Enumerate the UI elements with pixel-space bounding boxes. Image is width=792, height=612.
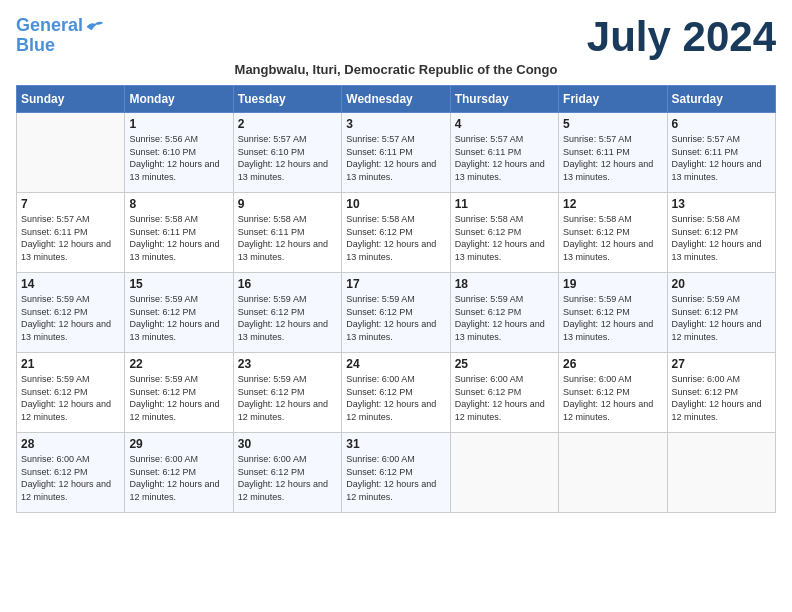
day-daylight: Daylight: 12 hours and 13 minutes.: [238, 239, 328, 262]
day-number: 7: [21, 197, 120, 211]
calendar-week-1: 1 Sunrise: 5:56 AM Sunset: 6:10 PM Dayli…: [17, 113, 776, 193]
calendar-cell: 11 Sunrise: 5:58 AM Sunset: 6:12 PM Dayl…: [450, 193, 558, 273]
day-sunset: Sunset: 6:10 PM: [129, 147, 196, 157]
calendar-cell: 22 Sunrise: 5:59 AM Sunset: 6:12 PM Dayl…: [125, 353, 233, 433]
calendar-week-2: 7 Sunrise: 5:57 AM Sunset: 6:11 PM Dayli…: [17, 193, 776, 273]
day-daylight: Daylight: 12 hours and 13 minutes.: [455, 159, 545, 182]
day-number: 27: [672, 357, 771, 371]
day-sunrise: Sunrise: 5:57 AM: [346, 134, 415, 144]
day-sunrise: Sunrise: 6:00 AM: [346, 454, 415, 464]
day-sunset: Sunset: 6:11 PM: [21, 227, 88, 237]
day-sunset: Sunset: 6:12 PM: [346, 387, 413, 397]
day-daylight: Daylight: 12 hours and 13 minutes.: [346, 239, 436, 262]
day-number: 21: [21, 357, 120, 371]
day-sunrise: Sunrise: 5:56 AM: [129, 134, 198, 144]
calendar-cell: 25 Sunrise: 6:00 AM Sunset: 6:12 PM Dayl…: [450, 353, 558, 433]
day-number: 30: [238, 437, 337, 451]
day-number: 15: [129, 277, 228, 291]
weekday-header-friday: Friday: [559, 86, 667, 113]
day-daylight: Daylight: 12 hours and 13 minutes.: [238, 159, 328, 182]
day-number: 26: [563, 357, 662, 371]
day-sunrise: Sunrise: 5:59 AM: [238, 294, 307, 304]
day-daylight: Daylight: 12 hours and 13 minutes.: [21, 319, 111, 342]
calendar-week-4: 21 Sunrise: 5:59 AM Sunset: 6:12 PM Dayl…: [17, 353, 776, 433]
logo-bird-icon: [85, 20, 105, 34]
day-number: 9: [238, 197, 337, 211]
day-daylight: Daylight: 12 hours and 13 minutes.: [129, 239, 219, 262]
day-sunrise: Sunrise: 5:59 AM: [21, 294, 90, 304]
day-daylight: Daylight: 12 hours and 12 minutes.: [672, 319, 762, 342]
calendar-cell: 27 Sunrise: 6:00 AM Sunset: 6:12 PM Dayl…: [667, 353, 775, 433]
day-sunrise: Sunrise: 5:59 AM: [455, 294, 524, 304]
calendar-cell: 31 Sunrise: 6:00 AM Sunset: 6:12 PM Dayl…: [342, 433, 450, 513]
day-number: 25: [455, 357, 554, 371]
weekday-header-saturday: Saturday: [667, 86, 775, 113]
calendar-cell: [559, 433, 667, 513]
day-number: 14: [21, 277, 120, 291]
day-daylight: Daylight: 12 hours and 12 minutes.: [238, 399, 328, 422]
day-daylight: Daylight: 12 hours and 12 minutes.: [346, 479, 436, 502]
day-sunrise: Sunrise: 5:58 AM: [672, 214, 741, 224]
day-sunrise: Sunrise: 5:58 AM: [455, 214, 524, 224]
day-number: 13: [672, 197, 771, 211]
day-sunset: Sunset: 6:12 PM: [346, 227, 413, 237]
day-sunset: Sunset: 6:12 PM: [346, 467, 413, 477]
month-title: July 2024: [587, 16, 776, 58]
day-sunrise: Sunrise: 6:00 AM: [129, 454, 198, 464]
day-sunset: Sunset: 6:12 PM: [672, 307, 739, 317]
day-sunrise: Sunrise: 5:59 AM: [672, 294, 741, 304]
calendar-cell: 20 Sunrise: 5:59 AM Sunset: 6:12 PM Dayl…: [667, 273, 775, 353]
calendar-cell: 16 Sunrise: 5:59 AM Sunset: 6:12 PM Dayl…: [233, 273, 341, 353]
day-sunset: Sunset: 6:10 PM: [238, 147, 305, 157]
calendar-cell: 2 Sunrise: 5:57 AM Sunset: 6:10 PM Dayli…: [233, 113, 341, 193]
calendar-cell: 30 Sunrise: 6:00 AM Sunset: 6:12 PM Dayl…: [233, 433, 341, 513]
day-sunset: Sunset: 6:11 PM: [455, 147, 522, 157]
calendar-cell: 23 Sunrise: 5:59 AM Sunset: 6:12 PM Dayl…: [233, 353, 341, 433]
day-sunrise: Sunrise: 5:57 AM: [563, 134, 632, 144]
day-sunset: Sunset: 6:12 PM: [238, 387, 305, 397]
day-daylight: Daylight: 12 hours and 13 minutes.: [129, 159, 219, 182]
day-sunrise: Sunrise: 5:59 AM: [238, 374, 307, 384]
day-sunset: Sunset: 6:12 PM: [129, 387, 196, 397]
calendar-cell: 1 Sunrise: 5:56 AM Sunset: 6:10 PM Dayli…: [125, 113, 233, 193]
day-daylight: Daylight: 12 hours and 13 minutes.: [346, 319, 436, 342]
day-daylight: Daylight: 12 hours and 13 minutes.: [672, 159, 762, 182]
calendar-cell: 7 Sunrise: 5:57 AM Sunset: 6:11 PM Dayli…: [17, 193, 125, 273]
calendar-cell: 8 Sunrise: 5:58 AM Sunset: 6:11 PM Dayli…: [125, 193, 233, 273]
calendar-cell: 21 Sunrise: 5:59 AM Sunset: 6:12 PM Dayl…: [17, 353, 125, 433]
day-daylight: Daylight: 12 hours and 12 minutes.: [238, 479, 328, 502]
calendar-cell: 26 Sunrise: 6:00 AM Sunset: 6:12 PM Dayl…: [559, 353, 667, 433]
day-daylight: Daylight: 12 hours and 12 minutes.: [563, 399, 653, 422]
day-sunrise: Sunrise: 6:00 AM: [238, 454, 307, 464]
day-sunset: Sunset: 6:12 PM: [563, 387, 630, 397]
day-daylight: Daylight: 12 hours and 12 minutes.: [129, 399, 219, 422]
day-sunrise: Sunrise: 6:00 AM: [563, 374, 632, 384]
day-daylight: Daylight: 12 hours and 12 minutes.: [21, 399, 111, 422]
day-number: 24: [346, 357, 445, 371]
day-daylight: Daylight: 12 hours and 13 minutes.: [563, 319, 653, 342]
day-sunrise: Sunrise: 5:57 AM: [21, 214, 90, 224]
day-sunrise: Sunrise: 6:00 AM: [672, 374, 741, 384]
calendar-cell: 19 Sunrise: 5:59 AM Sunset: 6:12 PM Dayl…: [559, 273, 667, 353]
day-number: 1: [129, 117, 228, 131]
day-daylight: Daylight: 12 hours and 13 minutes.: [455, 319, 545, 342]
day-sunset: Sunset: 6:12 PM: [672, 387, 739, 397]
day-daylight: Daylight: 12 hours and 12 minutes.: [672, 399, 762, 422]
calendar-week-3: 14 Sunrise: 5:59 AM Sunset: 6:12 PM Dayl…: [17, 273, 776, 353]
day-number: 31: [346, 437, 445, 451]
calendar-cell: 4 Sunrise: 5:57 AM Sunset: 6:11 PM Dayli…: [450, 113, 558, 193]
calendar-cell: [450, 433, 558, 513]
day-daylight: Daylight: 12 hours and 13 minutes.: [21, 239, 111, 262]
page-header: GeneralBlue July 2024: [16, 16, 776, 58]
day-sunset: Sunset: 6:12 PM: [455, 227, 522, 237]
logo-text: GeneralBlue: [16, 16, 83, 56]
calendar-cell: 15 Sunrise: 5:59 AM Sunset: 6:12 PM Dayl…: [125, 273, 233, 353]
day-sunrise: Sunrise: 5:57 AM: [672, 134, 741, 144]
day-number: 2: [238, 117, 337, 131]
day-sunrise: Sunrise: 6:00 AM: [346, 374, 415, 384]
day-number: 23: [238, 357, 337, 371]
day-sunrise: Sunrise: 5:59 AM: [21, 374, 90, 384]
day-number: 3: [346, 117, 445, 131]
day-number: 28: [21, 437, 120, 451]
day-number: 11: [455, 197, 554, 211]
